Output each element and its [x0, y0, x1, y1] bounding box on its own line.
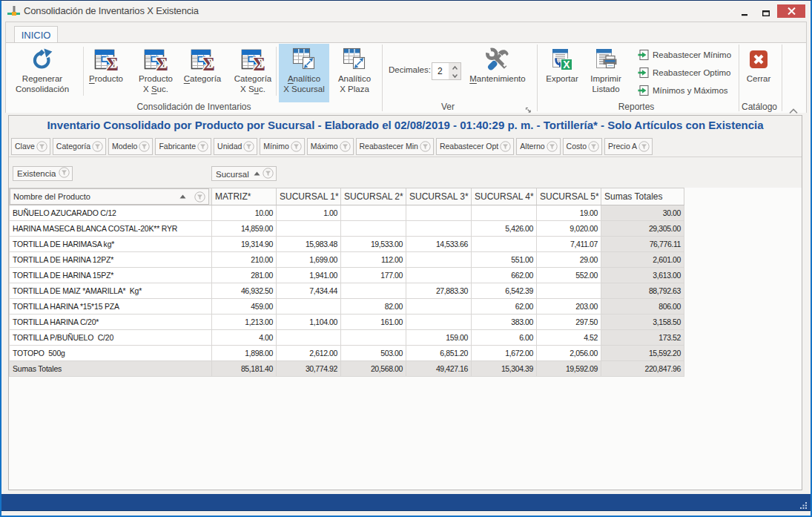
- svg-text:Σ: Σ: [254, 54, 265, 72]
- svg-text:Σ: Σ: [156, 54, 168, 72]
- svg-text:X: X: [563, 59, 570, 70]
- svg-text:Σ: Σ: [107, 54, 119, 72]
- svg-text:Σ: Σ: [203, 54, 215, 72]
